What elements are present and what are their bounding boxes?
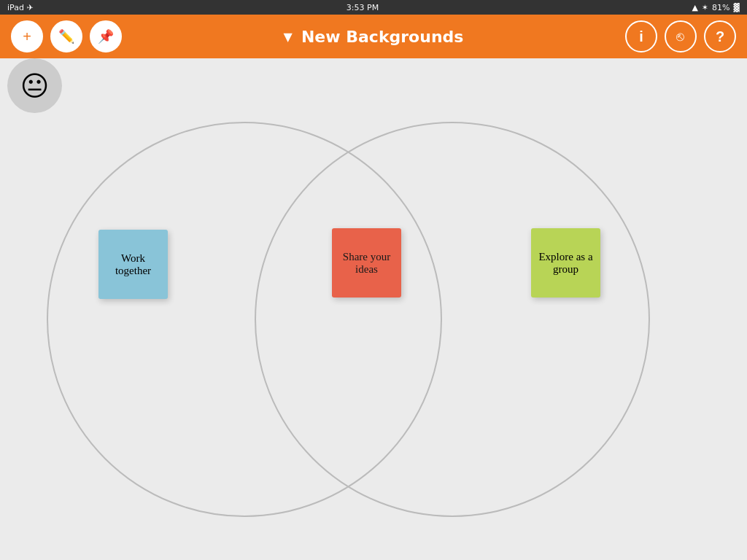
ipad-label: iPad ✈ — [7, 3, 34, 12]
toolbar-title: New Backgrounds — [301, 28, 463, 46]
edit-button[interactable]: ✏️ — [50, 20, 82, 52]
note-explore-group[interactable]: Explore as a group — [531, 228, 600, 298]
avatar-icon: 😐 — [20, 70, 50, 102]
avatar[interactable]: 😐 — [7, 58, 62, 113]
note-work-together[interactable]: Work together — [98, 230, 168, 299]
battery-label: 81% — [712, 3, 729, 12]
status-time: 3:53 PM — [347, 3, 379, 12]
venn-diagram — [0, 58, 747, 560]
canvas-area: Work together Share your ideas Explore a… — [0, 58, 747, 560]
bluetooth-icon: ✶ — [702, 3, 708, 12]
eraser-button[interactable]: 📌 — [90, 20, 122, 52]
svg-point-1 — [255, 122, 649, 516]
svg-point-0 — [47, 122, 441, 516]
toolbar-center: ▼ New Backgrounds — [284, 28, 464, 46]
note-share-ideas[interactable]: Share your ideas — [332, 228, 401, 298]
note-work-text: Work together — [104, 252, 162, 277]
add-button[interactable]: + — [11, 20, 43, 52]
dropdown-arrow-icon[interactable]: ▼ — [284, 30, 293, 44]
battery-icon: ▓ — [734, 3, 740, 12]
signal-icon: ▲ — [692, 3, 697, 12]
toolbar-right: i ⎋ ? — [625, 20, 736, 52]
share-button[interactable]: ⎋ — [665, 20, 697, 52]
status-left: iPad ✈ — [7, 3, 34, 12]
help-button[interactable]: ? — [704, 20, 736, 52]
note-share-text: Share your ideas — [338, 251, 395, 276]
toolbar-left: + ✏️ 📌 — [11, 20, 122, 52]
status-right: ▲ ✶ 81% ▓ — [692, 3, 740, 12]
toolbar: + ✏️ 📌 ▼ New Backgrounds i ⎋ ? — [0, 15, 747, 58]
status-bar: iPad ✈ 3:53 PM ▲ ✶ 81% ▓ — [0, 0, 747, 15]
note-explore-text: Explore as a group — [537, 251, 595, 276]
info-button[interactable]: i — [625, 20, 657, 52]
